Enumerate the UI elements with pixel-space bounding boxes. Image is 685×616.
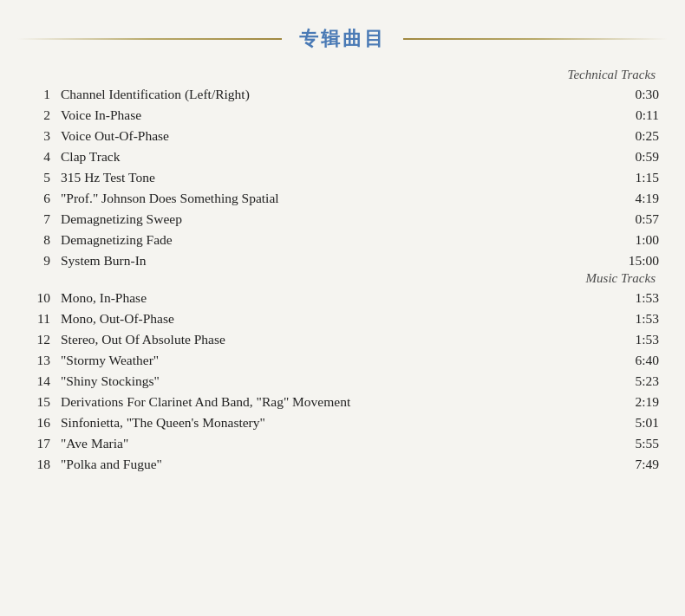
track-duration: 0:57 [607, 211, 659, 227]
track-title: Mono, In-Phase [61, 290, 147, 306]
track-left: 11Mono, Out-Of-Phase [26, 311, 607, 327]
track-row: 1Channel Identification (Left/Right)0:30 [26, 84, 659, 105]
track-number: 4 [26, 149, 50, 165]
track-title: Demagnetizing Sweep [61, 211, 182, 227]
track-duration: 1:15 [607, 170, 659, 185]
track-title: Channel Identification (Left/Right) [61, 87, 250, 102]
track-row: 12Stereo, Out Of Absolute Phase1:53 [26, 329, 659, 350]
track-row: 2Voice In-Phase0:11 [26, 105, 659, 126]
track-row: 17"Ave Maria"5:55 [26, 433, 659, 454]
track-title: Demagnetizing Fade [61, 232, 173, 248]
track-number: 3 [26, 128, 50, 144]
track-number: 14 [26, 373, 50, 389]
track-duration: 0:30 [607, 87, 659, 102]
track-duration: 5:23 [607, 373, 659, 389]
header-line-left [17, 38, 282, 40]
track-left: 6"Prof." Johnson Does Something Spatial [26, 191, 607, 206]
track-left: 14"Shiny Stockings" [26, 373, 607, 389]
track-row: 14"Shiny Stockings"5:23 [26, 371, 659, 392]
track-duration: 0:25 [607, 128, 659, 144]
track-title: Voice Out-Of-Phase [61, 128, 169, 144]
track-duration: 5:01 [607, 415, 659, 431]
track-row: 15Derivations For Clarinet And Band, "Ra… [26, 392, 659, 412]
track-left: 2Voice In-Phase [26, 107, 607, 123]
track-left: 16Sinfonietta, "The Queen's Monastery" [26, 415, 607, 431]
track-number: 1 [26, 87, 50, 102]
track-title: Voice In-Phase [61, 107, 141, 123]
track-left: 10Mono, In-Phase [26, 290, 607, 306]
header-line-right [403, 38, 668, 40]
track-duration: 0:59 [607, 149, 659, 165]
track-row: 13"Stormy Weather"6:40 [26, 350, 659, 371]
track-row: 5315 Hz Test Tone1:15 [26, 167, 659, 188]
main-container: 专辑曲目 Technical Tracks1Channel Identifica… [0, 17, 685, 501]
track-title: Sinfonietta, "The Queen's Monastery" [61, 415, 265, 431]
track-left: 15Derivations For Clarinet And Band, "Ra… [26, 394, 607, 410]
track-left: 7Demagnetizing Sweep [26, 211, 607, 227]
track-row: 4Clap Track0:59 [26, 146, 659, 167]
track-title: Clap Track [61, 149, 120, 165]
track-title: "Ave Maria" [61, 436, 128, 451]
track-row: 10Mono, In-Phase1:53 [26, 288, 659, 308]
track-number: 12 [26, 332, 50, 347]
track-left: 17"Ave Maria" [26, 436, 607, 451]
track-left: 1Channel Identification (Left/Right) [26, 87, 607, 102]
track-row: 16Sinfonietta, "The Queen's Monastery"5:… [26, 412, 659, 433]
track-duration: 1:00 [607, 232, 659, 248]
track-duration: 5:55 [607, 436, 659, 451]
track-title: 315 Hz Test Tone [61, 170, 155, 185]
track-left: 8Demagnetizing Fade [26, 232, 607, 248]
track-title: "Polka and Fugue" [61, 457, 162, 472]
track-row: 8Demagnetizing Fade1:00 [26, 230, 659, 250]
album-title: 专辑曲目 [282, 26, 403, 52]
track-left: 12Stereo, Out Of Absolute Phase [26, 332, 607, 347]
header-section: 专辑曲目 [17, 26, 668, 52]
track-row: 11Mono, Out-Of-Phase1:53 [26, 308, 659, 329]
track-title: Derivations For Clarinet And Band, "Rag"… [61, 394, 350, 410]
track-left: 5315 Hz Test Tone [26, 170, 607, 185]
track-title: Stereo, Out Of Absolute Phase [61, 332, 225, 347]
track-row: 9System Burn-In15:00 [26, 250, 659, 271]
track-duration: 1:53 [607, 311, 659, 327]
track-number: 5 [26, 170, 50, 185]
track-duration: 1:53 [607, 290, 659, 306]
track-left: 4Clap Track [26, 149, 607, 165]
track-duration: 4:19 [607, 191, 659, 206]
track-row: 3Voice Out-Of-Phase0:25 [26, 126, 659, 146]
section-label-0: Technical Tracks [26, 68, 659, 82]
track-title: "Shiny Stockings" [61, 373, 160, 389]
track-number: 2 [26, 107, 50, 123]
tracklist: Technical Tracks1Channel Identification … [17, 68, 668, 475]
track-row: 6"Prof." Johnson Does Something Spatial4… [26, 188, 659, 209]
track-number: 8 [26, 232, 50, 248]
track-title: Mono, Out-Of-Phase [61, 311, 174, 327]
track-duration: 2:19 [607, 394, 659, 410]
track-duration: 15:00 [607, 253, 659, 269]
track-number: 18 [26, 457, 50, 472]
track-left: 13"Stormy Weather" [26, 353, 607, 368]
track-row: 18"Polka and Fugue"7:49 [26, 454, 659, 475]
track-title: "Stormy Weather" [61, 353, 159, 368]
track-number: 6 [26, 191, 50, 206]
track-left: 18"Polka and Fugue" [26, 457, 607, 472]
track-title: System Burn-In [61, 253, 147, 269]
track-left: 9System Burn-In [26, 253, 607, 269]
track-number: 11 [26, 311, 50, 327]
track-number: 15 [26, 394, 50, 410]
track-number: 13 [26, 353, 50, 368]
track-number: 16 [26, 415, 50, 431]
track-number: 10 [26, 290, 50, 306]
track-duration: 0:11 [607, 107, 659, 123]
track-number: 9 [26, 253, 50, 269]
track-duration: 1:53 [607, 332, 659, 347]
track-title: "Prof." Johnson Does Something Spatial [61, 191, 279, 206]
track-number: 17 [26, 436, 50, 451]
track-duration: 7:49 [607, 457, 659, 472]
track-left: 3Voice Out-Of-Phase [26, 128, 607, 144]
track-duration: 6:40 [607, 353, 659, 368]
track-row: 7Demagnetizing Sweep0:57 [26, 209, 659, 230]
section-label-1: Music Tracks [26, 271, 659, 286]
track-number: 7 [26, 211, 50, 227]
